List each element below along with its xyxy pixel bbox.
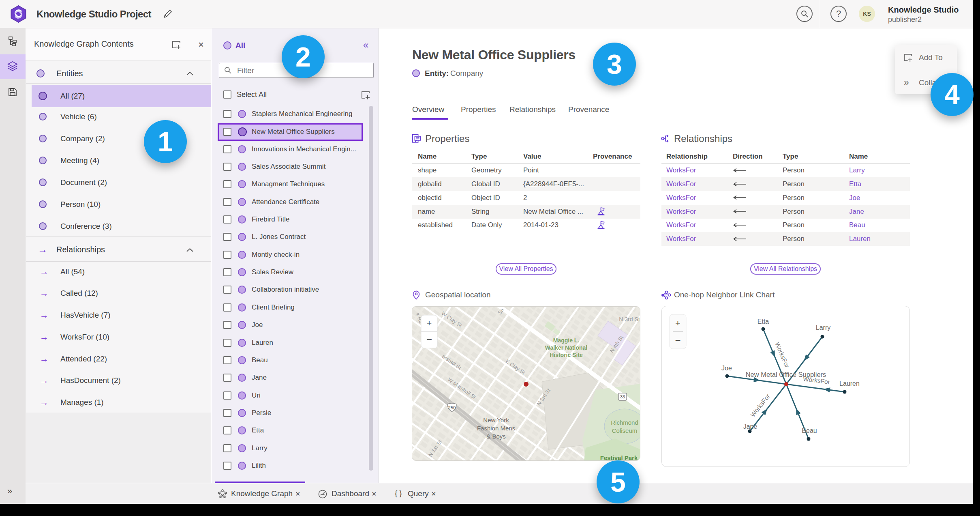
svg-text:Historic Site: Historic Site — [550, 352, 583, 358]
svg-text:Coliseum: Coliseum — [612, 427, 638, 434]
svg-text:−: − — [675, 335, 680, 346]
svg-text:33: 33 — [620, 394, 625, 399]
svg-text:−: − — [426, 334, 432, 345]
svg-text:Lauren: Lauren — [839, 380, 860, 387]
svg-text:Jane: Jane — [743, 423, 757, 430]
svg-text:Larry: Larry — [816, 324, 830, 331]
svg-text:250: 250 — [448, 405, 456, 410]
svg-text:+: + — [675, 318, 680, 328]
svg-text:Etta: Etta — [757, 318, 769, 325]
svg-text:Fashion Mens: Fashion Mens — [477, 425, 515, 432]
svg-text:WorksFor: WorksFor — [774, 341, 791, 369]
svg-text:Joe: Joe — [721, 365, 732, 372]
svg-text:Walker National: Walker National — [545, 344, 588, 351]
svg-text:New York: New York — [483, 417, 509, 424]
svg-text:Maggie L.: Maggie L. — [553, 337, 580, 344]
svg-text:Richmond: Richmond — [611, 419, 638, 426]
svg-text:N 3rd St: N 3rd St — [619, 316, 640, 322]
svg-text:WorksFor: WorksFor — [749, 393, 771, 418]
svg-text:WorksFor: WorksFor — [802, 375, 830, 385]
svg-text:Beau: Beau — [802, 427, 817, 434]
svg-text:& Boys: & Boys — [486, 433, 506, 440]
svg-text:+: + — [427, 318, 432, 328]
svg-text:Festival Park: Festival Park — [600, 454, 638, 461]
